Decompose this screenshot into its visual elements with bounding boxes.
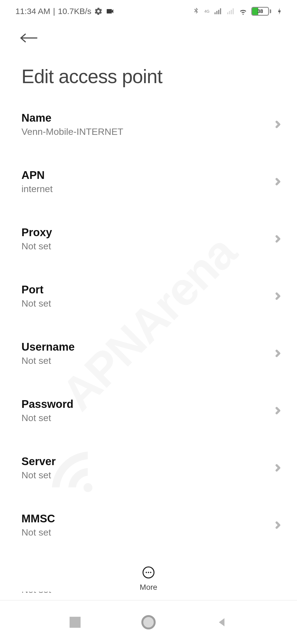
chevron-right-icon [273, 406, 282, 415]
chevron-right-icon [273, 292, 282, 301]
triangle-left-icon [216, 616, 228, 628]
row-label: MMSC [21, 512, 55, 525]
row-username[interactable]: Username Not set [21, 325, 285, 382]
system-nav-bar [0, 600, 297, 644]
more-icon [142, 566, 155, 579]
nav-home-button[interactable] [140, 614, 157, 631]
status-right: 4G 38 [192, 7, 284, 16]
row-password[interactable]: Password Not set [21, 382, 285, 439]
chevron-right-icon [273, 463, 282, 472]
svg-point-2 [146, 572, 147, 573]
row-value: Not set [21, 470, 56, 481]
status-time: 11:34 AM [15, 7, 50, 16]
row-value: Not set [21, 298, 51, 309]
bluetooth-icon [192, 7, 200, 16]
signal-sim1-icon [213, 7, 222, 16]
status-left: 11:34 AM | 10.7KB/s [15, 7, 114, 16]
row-value: Not set [21, 413, 73, 423]
bottom-actions: More [0, 560, 297, 592]
row-label: APN [21, 169, 53, 181]
charging-icon [275, 7, 284, 16]
row-label: Server [21, 455, 56, 468]
square-icon [70, 617, 81, 628]
settings-list: Name Venn-Mobile-INTERNET APN internet P… [0, 96, 297, 611]
row-server[interactable]: Server Not set [21, 439, 285, 496]
chevron-right-icon [273, 349, 282, 358]
row-value: Not set [21, 527, 55, 538]
svg-point-4 [150, 572, 152, 573]
battery-indicator: 38 [251, 7, 271, 16]
row-label: Username [21, 341, 75, 353]
row-value: Not set [21, 355, 75, 366]
signal-sim2-icon [226, 7, 235, 16]
chevron-right-icon [273, 234, 282, 243]
nav-recents-button[interactable] [67, 614, 83, 631]
status-speed: 10.7KB/s [58, 7, 92, 16]
back-button[interactable] [0, 21, 297, 45]
row-value: Not set [21, 241, 52, 252]
chevron-right-icon [273, 177, 282, 186]
more-label: More [140, 583, 157, 592]
row-port[interactable]: Port Not set [21, 268, 285, 325]
network-4g-label: 4G [204, 9, 210, 13]
row-label: Name [21, 112, 123, 124]
row-name[interactable]: Name Venn-Mobile-INTERNET [21, 96, 285, 153]
svg-point-3 [148, 572, 149, 573]
camera-icon [106, 7, 114, 16]
row-label: Password [21, 398, 73, 410]
row-label: Proxy [21, 226, 52, 239]
wifi-icon [239, 7, 248, 16]
battery-percent: 38 [252, 8, 268, 14]
row-value: internet [21, 184, 53, 194]
page-title: Edit access point [0, 45, 297, 96]
chevron-right-icon [273, 120, 282, 129]
gear-icon [94, 7, 103, 16]
row-apn[interactable]: APN internet [21, 153, 285, 210]
row-mmsc[interactable]: MMSC Not set [21, 496, 285, 554]
arrow-left-icon [19, 32, 38, 43]
row-label: Port [21, 283, 51, 296]
row-value: Venn-Mobile-INTERNET [21, 126, 123, 137]
status-bar: 11:34 AM | 10.7KB/s 4G 38 [0, 0, 297, 21]
circle-icon [141, 615, 156, 629]
nav-back-button[interactable] [214, 614, 230, 631]
row-proxy[interactable]: Proxy Not set [21, 210, 285, 268]
chevron-right-icon [273, 521, 282, 530]
more-button[interactable]: More [140, 566, 157, 592]
